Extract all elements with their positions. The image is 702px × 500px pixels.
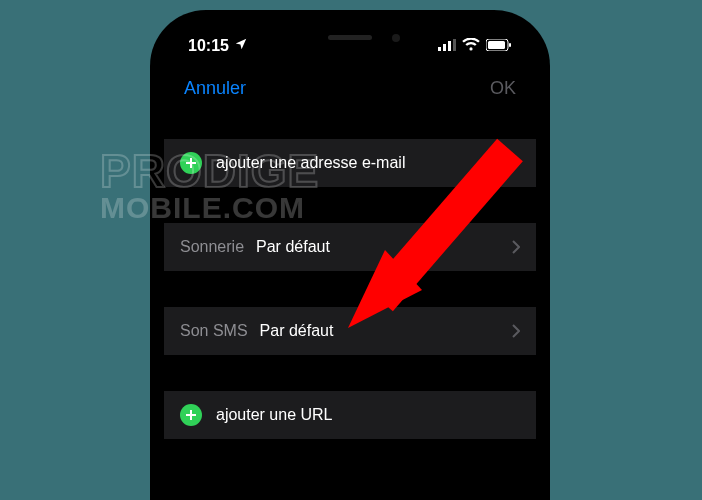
- status-left: 10:15: [188, 37, 248, 55]
- add-url-row[interactable]: ajouter une URL: [164, 391, 536, 439]
- plus-icon: [180, 152, 202, 174]
- text-tone-value: Par défaut: [260, 322, 512, 340]
- svg-rect-5: [488, 41, 505, 49]
- svg-rect-6: [509, 43, 511, 47]
- settings-list: ajouter une adresse e-mail Sonnerie Par …: [164, 113, 536, 439]
- group-separator: [164, 355, 536, 391]
- plus-icon: [180, 404, 202, 426]
- ringtone-label: Sonnerie: [180, 238, 244, 256]
- add-url-label: ajouter une URL: [216, 406, 333, 424]
- group-separator: [164, 271, 536, 307]
- svg-rect-1: [443, 44, 446, 51]
- ringtone-row[interactable]: Sonnerie Par défaut: [164, 223, 536, 271]
- cancel-button[interactable]: Annuler: [184, 78, 246, 99]
- notch: [260, 24, 440, 52]
- speaker-grille: [328, 35, 372, 40]
- screen: 10:15 Annuler OK: [164, 24, 536, 500]
- text-tone-row[interactable]: Son SMS Par défaut: [164, 307, 536, 355]
- cellular-icon: [438, 37, 456, 55]
- chevron-right-icon: [512, 324, 520, 338]
- group-separator: [164, 187, 536, 223]
- status-right: [438, 37, 512, 55]
- phone-frame: 10:15 Annuler OK: [150, 10, 550, 500]
- add-email-row[interactable]: ajouter une adresse e-mail: [164, 139, 536, 187]
- ringtone-value: Par défaut: [256, 238, 512, 256]
- svg-rect-2: [448, 41, 451, 51]
- wifi-icon: [462, 37, 480, 55]
- chevron-right-icon: [512, 240, 520, 254]
- text-tone-label: Son SMS: [180, 322, 248, 340]
- ok-button[interactable]: OK: [490, 78, 516, 99]
- battery-icon: [486, 37, 512, 55]
- svg-rect-0: [438, 47, 441, 51]
- location-icon: [234, 37, 248, 55]
- status-time: 10:15: [188, 37, 229, 55]
- nav-bar: Annuler OK: [164, 68, 536, 113]
- front-camera: [392, 34, 400, 42]
- add-email-label: ajouter une adresse e-mail: [216, 154, 405, 172]
- svg-rect-3: [453, 39, 456, 51]
